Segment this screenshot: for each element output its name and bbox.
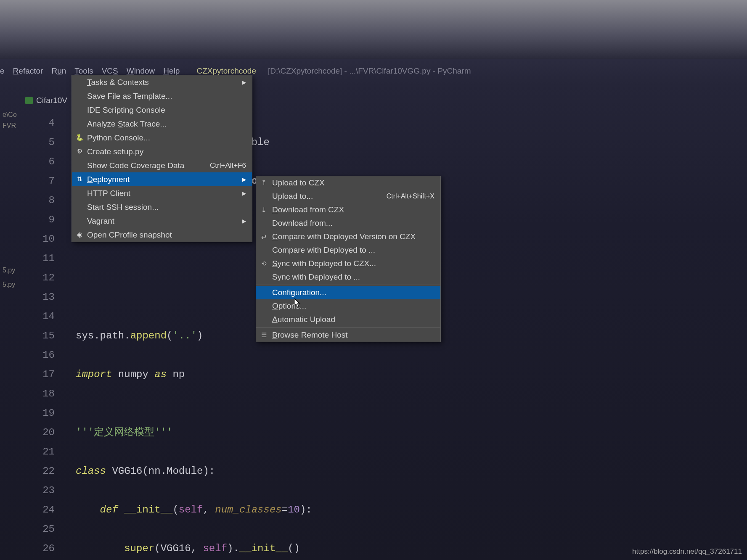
menu-item-help[interactable]: Help (163, 66, 180, 76)
upload-icon: ⤒ (260, 179, 268, 187)
editor-tab[interactable]: Cifar10V (25, 96, 67, 105)
chevron-right-icon: ▶ (242, 177, 246, 182)
submenu-upload-to[interactable]: Upload to...Ctrl+Alt+Shift+X (256, 190, 440, 203)
deployment-submenu: ⤒Upload to CZX Upload to...Ctrl+Alt+Shif… (256, 176, 441, 342)
menu-tasks-contexts[interactable]: Tasks & Contexts▶ (72, 75, 252, 89)
menu-analyze-stack[interactable]: Analyze Stack Trace... (72, 117, 252, 131)
chevron-right-icon: ▶ (242, 190, 246, 196)
submenu-browse-remote[interactable]: ☰Browse Remote Host (256, 328, 440, 342)
project-sidebar: e\Co FVR 5.py 5.py (0, 109, 21, 290)
menu-separator (256, 285, 440, 285)
menu-http-client[interactable]: HTTP Client▶ (72, 186, 252, 200)
submenu-download-from[interactable]: Download from... (256, 217, 440, 230)
menu-ide-scripting[interactable]: IDE Scripting Console (72, 103, 252, 117)
submenu-options[interactable]: Options... (256, 299, 440, 313)
title-path: [D:\CZXpytorchcode] - ...\FVR\Cifar10VGG… (268, 66, 471, 76)
tab-label: Cifar10V (36, 96, 67, 105)
menu-python-console[interactable]: 🐍Python Console... (72, 131, 252, 145)
list-icon: ☰ (260, 331, 268, 339)
tools-dropdown-menu: Tasks & Contexts▶ Save File as Template.… (72, 75, 252, 242)
shortcut-label: Ctrl+Alt+F6 (210, 161, 246, 170)
menu-item-e[interactable]: e (0, 66, 5, 76)
menu-item-run[interactable]: Run (51, 66, 66, 76)
menu-vagrant[interactable]: Vagrant▶ (72, 214, 252, 228)
mouse-cursor-icon (294, 298, 301, 308)
code-line: def __init__(self, num_classes=10): (76, 500, 743, 520)
profile-icon: ◉ (75, 230, 84, 239)
sidebar-item[interactable]: FVR (0, 120, 21, 131)
sidebar-item[interactable] (0, 131, 21, 135)
code-line: '''定义网络模型''' (76, 423, 743, 442)
chevron-right-icon: ▶ (242, 218, 246, 224)
menu-ssh-session[interactable]: Start SSH session... (72, 200, 252, 214)
sidebar-item[interactable]: 5.py (0, 265, 21, 276)
menu-item-window[interactable]: Window (127, 66, 155, 76)
menu-item-tools[interactable]: Tools (74, 66, 93, 76)
shortcut-label: Ctrl+Alt+Shift+X (387, 193, 434, 200)
submenu-sync-to[interactable]: Sync with Deployed to ... (256, 270, 440, 284)
line-gutter: 456 789 101112 131415 161718 192021 2223… (29, 114, 55, 558)
chevron-right-icon: ▶ (242, 79, 246, 85)
menu-separator (256, 327, 440, 328)
submenu-download-czx[interactable]: ⤓Download from CZX (256, 203, 440, 217)
sidebar-item[interactable] (0, 276, 21, 279)
menu-create-setup[interactable]: ⚙Create setup.py (72, 145, 252, 158)
menu-cprofile[interactable]: ◉Open CProfile snapshot (72, 228, 252, 242)
menu-deployment[interactable]: ⇅Deployment▶ (72, 172, 252, 186)
sidebar-item[interactable]: 5.py (0, 279, 21, 290)
python-icon: 🐍 (75, 133, 84, 142)
sync-icon: ⟲ (260, 259, 268, 268)
photo-ceiling (0, 0, 747, 59)
compare-icon: ⇄ (260, 232, 268, 241)
deploy-icon: ⇅ (75, 175, 84, 183)
menu-item-refactor[interactable]: Refactor (13, 66, 43, 76)
menu-item-vcs[interactable]: VCS (102, 66, 118, 76)
submenu-configuration[interactable]: Configuration... (256, 286, 440, 299)
watermark-label: https://blog.csdn.net/qq_37261711 (632, 547, 742, 556)
code-line: import numpy as np (76, 365, 743, 384)
menu-coverage-data[interactable]: Show Code Coverage DataCtrl+Alt+F6 (72, 158, 252, 172)
gear-icon: ⚙ (75, 147, 84, 156)
submenu-compare-czx[interactable]: ⇄Compare with Deployed Version on CZX (256, 230, 440, 243)
download-icon: ⤓ (260, 206, 268, 214)
sidebar-item[interactable]: e\Co (0, 109, 21, 120)
submenu-compare-to[interactable]: Compare with Deployed to ... (256, 243, 440, 257)
code-line: class VGG16(nn.Module): (76, 462, 743, 481)
python-file-icon (25, 97, 33, 104)
project-title: CZXpytorchcode (196, 66, 256, 76)
submenu-auto-upload[interactable]: Automatic Upload (256, 313, 440, 326)
submenu-sync-czx[interactable]: ⟲Sync with Deployed to CZX... (256, 257, 440, 270)
menu-save-template[interactable]: Save File as Template... (72, 89, 252, 103)
submenu-upload-czx[interactable]: ⤒Upload to CZX (256, 176, 440, 190)
